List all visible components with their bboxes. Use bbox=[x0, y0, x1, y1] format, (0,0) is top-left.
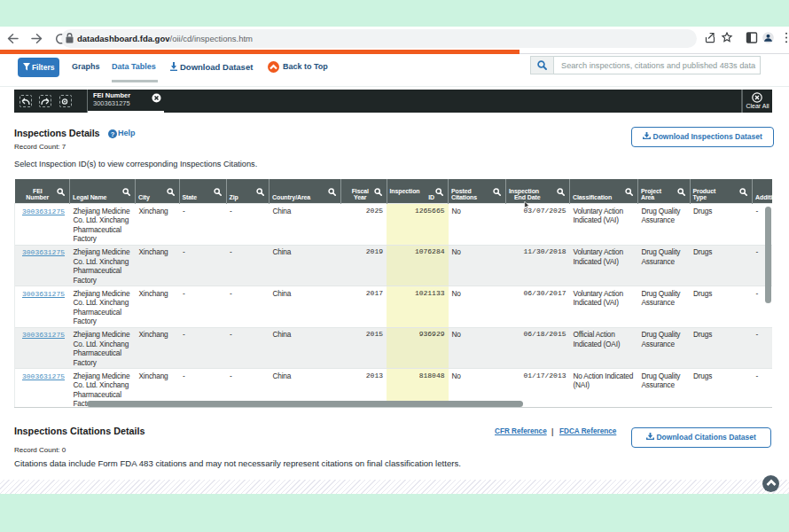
svg-text:?: ? bbox=[111, 130, 115, 138]
